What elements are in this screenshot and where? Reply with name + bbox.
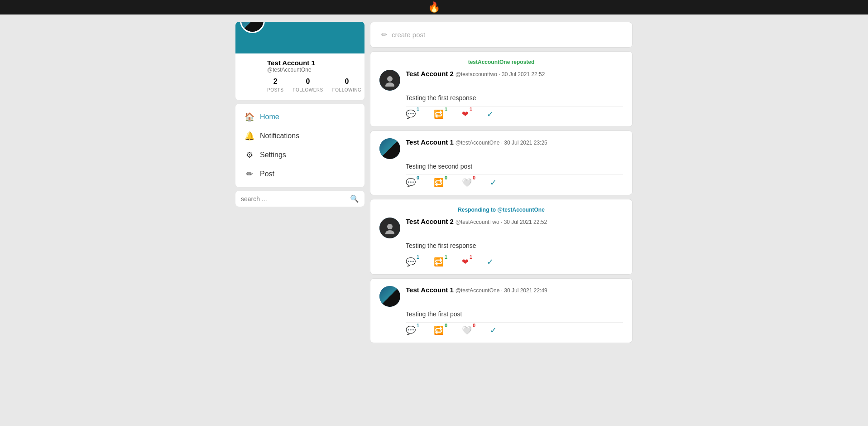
nav-menu: 🏠 Home 🔔 Notifications ⚙ Settings ✏ Post <box>235 104 364 187</box>
person-avatar-image-3 <box>379 218 400 238</box>
comment-button-4[interactable]: 💬 1 <box>406 325 416 335</box>
repost-count-1: 1 <box>445 106 447 112</box>
followers-count: 0 <box>293 77 323 86</box>
repost-count-3: 1 <box>445 254 447 260</box>
comment-button-1[interactable]: 💬 1 <box>406 109 416 119</box>
post-author-1: Test Account 2 <box>406 70 454 77</box>
post-handle-date-2: @testAccountOne · 30 Jul 2021 23:25 <box>456 140 547 146</box>
search-icon[interactable]: 🔍 <box>350 194 359 203</box>
svg-point-1 <box>385 82 394 87</box>
comment-icon-1: 💬 <box>406 109 416 119</box>
following-count: 0 <box>332 77 362 86</box>
post-header-4: Test Account 1 @testAccountOne · 30 Jul … <box>379 286 623 307</box>
home-label: Home <box>260 113 279 121</box>
svg-point-3 <box>385 230 394 234</box>
stat-following: 0 FOLLOWING <box>332 77 362 93</box>
search-container: 🔍 <box>235 191 364 207</box>
profile-stats: 2 POSTS 0 FOLLOWERS 0 FOLLOWING <box>267 77 357 93</box>
repost-button-4[interactable]: 🔁 0 <box>434 325 444 335</box>
main-container: Test Account 1 @testAccountOne 2 POSTS 0… <box>163 15 706 350</box>
profile-handle: @testAccountOne <box>267 67 357 73</box>
post-card-4: Test Account 1 @testAccountOne · 30 Jul … <box>370 278 633 343</box>
nav-item-post[interactable]: ✏ Post <box>235 165 364 184</box>
bell-icon: 🔔 <box>245 131 254 141</box>
comment-button-2[interactable]: 💬 0 <box>406 178 416 188</box>
repost-button-2[interactable]: 🔁 0 <box>434 178 444 188</box>
heart-icon-4: 🤍 <box>462 325 472 335</box>
like-button-3[interactable]: ❤ 1 <box>462 257 469 267</box>
repost-icon-4: 🔁 <box>434 325 444 335</box>
post-meta-3: Test Account 2 @testAccountTwo · 30 Jul … <box>406 218 623 225</box>
post-avatar-2 <box>379 138 400 159</box>
repost-button-3[interactable]: 🔁 1 <box>434 257 444 267</box>
svg-point-2 <box>387 224 393 229</box>
profile-banner <box>235 22 364 53</box>
repost-button-1[interactable]: 🔁 1 <box>434 109 444 119</box>
following-label: FOLLOWING <box>332 87 362 92</box>
chevron-down-icon-2: ✓ <box>490 178 497 188</box>
more-button-2[interactable]: ✓ <box>490 178 497 188</box>
post-header-2: Test Account 1 @testAccountOne · 30 Jul … <box>379 138 623 159</box>
profile-card: Test Account 1 @testAccountOne 2 POSTS 0… <box>235 22 364 100</box>
post-content-1: Testing the first response <box>406 94 623 102</box>
chevron-down-icon-1: ✓ <box>487 109 494 119</box>
repost-icon-1: 🔁 <box>434 109 444 119</box>
more-button-4[interactable]: ✓ <box>490 325 497 335</box>
post-author-3: Test Account 2 <box>406 218 454 225</box>
post-author-4: Test Account 1 <box>406 286 454 294</box>
more-button-3[interactable]: ✓ <box>487 257 494 267</box>
avatar-bird-image <box>241 22 264 32</box>
post-avatar-1 <box>379 70 400 91</box>
like-count-3: 1 <box>470 254 472 260</box>
home-icon: 🏠 <box>245 112 254 122</box>
more-button-1[interactable]: ✓ <box>487 109 494 119</box>
profile-name: Test Account 1 <box>267 59 357 67</box>
post-content-4: Testing the first post <box>406 310 623 318</box>
bird-avatar-image-4 <box>379 286 400 307</box>
post-meta-4: Test Account 1 @testAccountOne · 30 Jul … <box>406 286 623 294</box>
nav-item-notifications[interactable]: 🔔 Notifications <box>235 126 364 145</box>
post-meta-1: Test Account 2 @testaccounttwo · 30 Jul … <box>406 70 623 77</box>
like-button-4[interactable]: 🤍 0 <box>462 325 472 335</box>
stat-posts: 2 POSTS <box>267 77 283 93</box>
post-actions-1: 💬 1 🔁 1 ❤ 1 ✓ <box>406 106 623 119</box>
heart-icon-3: ❤ <box>462 257 469 267</box>
comment-icon-4: 💬 <box>406 325 416 335</box>
heart-icon-2: 🤍 <box>462 178 472 188</box>
post-handle-date-1: @testaccounttwo · 30 Jul 2021 22:52 <box>456 71 545 77</box>
post-card-3: Responding to @testAccountOne Test Accou… <box>370 199 633 275</box>
followers-label: FOLLOWERS <box>293 87 323 92</box>
post-card-1: testAccountOne reposted Test Account 2 @… <box>370 51 633 127</box>
svg-point-0 <box>387 76 393 82</box>
post-content-2: Testing the second post <box>406 163 623 170</box>
profile-info: Test Account 1 @testAccountOne 2 POSTS 0… <box>235 53 364 100</box>
person-svg-3 <box>384 222 396 234</box>
sidebar: Test Account 1 @testAccountOne 2 POSTS 0… <box>235 22 364 343</box>
posts-label: POSTS <box>267 87 283 92</box>
nav-item-settings[interactable]: ⚙ Settings <box>235 145 364 165</box>
create-post-icon: ✏ <box>381 30 387 39</box>
notifications-label: Notifications <box>260 132 299 140</box>
search-input[interactable] <box>241 195 346 203</box>
like-button-1[interactable]: ❤ 1 <box>462 109 469 119</box>
navbar-logo: 🔥 <box>428 2 440 12</box>
post-author-2: Test Account 1 <box>406 138 454 146</box>
stat-followers: 0 FOLLOWERS <box>293 77 323 93</box>
like-count-4: 0 <box>473 323 475 328</box>
create-post-label: create post <box>392 31 425 39</box>
repost-icon-3: 🔁 <box>434 257 444 267</box>
nav-item-home[interactable]: 🏠 Home <box>235 107 364 126</box>
like-count-2: 0 <box>473 175 475 180</box>
reply-label-3: Responding to @testAccountOne <box>379 207 623 213</box>
chevron-down-icon-4: ✓ <box>490 325 497 335</box>
comment-icon-3: 💬 <box>406 257 416 267</box>
like-count-1: 1 <box>470 106 472 112</box>
bird-avatar-image-2 <box>379 138 400 159</box>
repost-count-4: 0 <box>445 323 447 328</box>
gear-icon: ⚙ <box>245 150 254 160</box>
comment-icon-2: 💬 <box>406 178 416 188</box>
post-handle-date-4: @testAccountOne · 30 Jul 2021 22:49 <box>456 287 547 294</box>
like-button-2[interactable]: 🤍 0 <box>462 178 472 188</box>
create-post-button[interactable]: ✏ create post <box>370 22 633 48</box>
comment-button-3[interactable]: 💬 1 <box>406 257 416 267</box>
